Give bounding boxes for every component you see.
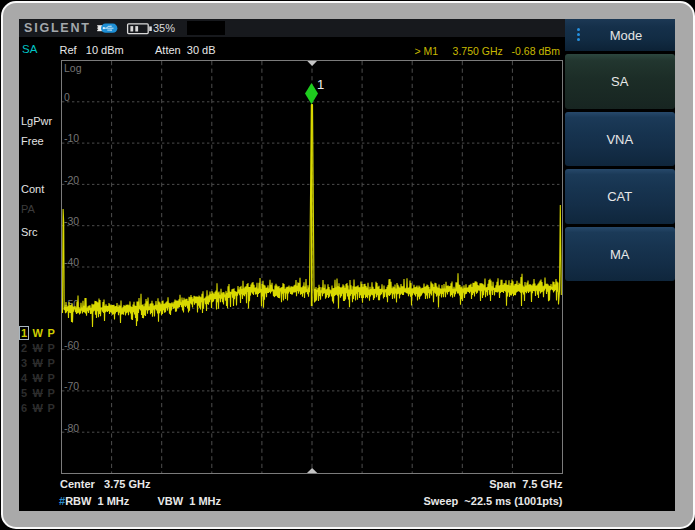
svg-text:-60: -60 — [64, 339, 79, 351]
svg-text:1: 1 — [317, 77, 324, 92]
svg-text:Log: Log — [64, 62, 82, 74]
svg-text:-10: -10 — [64, 132, 79, 144]
svg-text:-30: -30 — [64, 215, 79, 227]
svg-text:-40: -40 — [64, 256, 79, 268]
svg-text:-80: -80 — [64, 422, 79, 434]
svg-text:-70: -70 — [64, 380, 79, 392]
svg-text:0: 0 — [64, 91, 70, 103]
svg-text:-20: -20 — [64, 174, 79, 186]
